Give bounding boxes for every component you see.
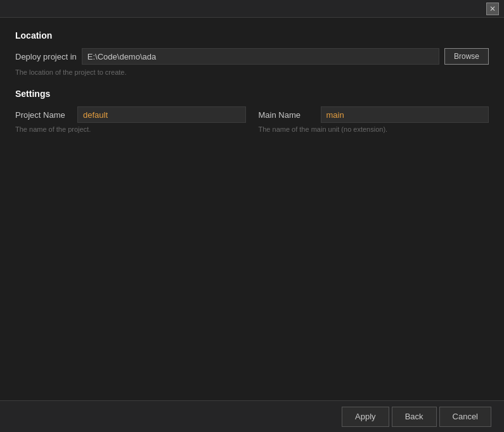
apply-button[interactable]: Apply (342, 407, 389, 427)
project-name-label: Project Name (15, 110, 72, 120)
location-hint: The location of the project to create. (15, 68, 489, 76)
location-row: Deploy project in Browse (15, 48, 489, 65)
location-section-title: Location (15, 30, 489, 41)
cancel-button[interactable]: Cancel (439, 407, 491, 427)
title-bar: ✕ (0, 0, 504, 18)
settings-section-title: Settings (15, 89, 489, 99)
project-name-group: Project Name The name of the project. (15, 106, 246, 133)
footer: Apply Back Cancel (0, 400, 504, 432)
location-path-input[interactable] (82, 48, 439, 65)
project-name-input[interactable] (77, 106, 246, 123)
main-name-row: Main Name (259, 106, 489, 123)
browse-button[interactable]: Browse (444, 48, 489, 65)
location-section: Location Deploy project in Browse The lo… (15, 30, 489, 76)
dialog-content: Location Deploy project in Browse The lo… (0, 18, 504, 161)
main-name-group: Main Name The name of the main unit (no … (259, 106, 489, 133)
project-name-row: Project Name (15, 106, 246, 123)
main-name-label: Main Name (259, 110, 316, 120)
main-name-input[interactable] (321, 106, 489, 123)
project-name-hint: The name of the project. (15, 125, 246, 133)
main-name-hint: The name of the main unit (no extension)… (259, 125, 489, 133)
close-button[interactable]: ✕ (486, 3, 499, 15)
deploy-label: Deploy project in (15, 52, 77, 61)
settings-section: Settings Project Name The name of the pr… (15, 89, 489, 136)
settings-grid: Project Name The name of the project. Ma… (15, 106, 489, 136)
back-button[interactable]: Back (392, 407, 437, 427)
